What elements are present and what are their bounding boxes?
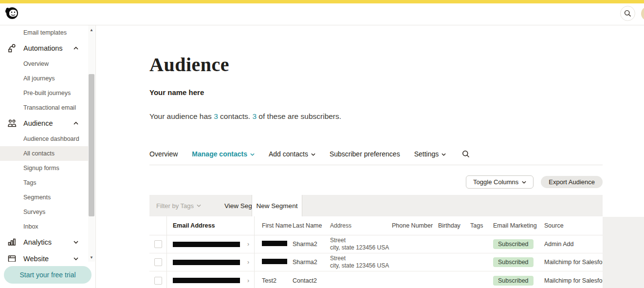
subscribers-count: 3	[252, 112, 257, 120]
sidebar-item-audience[interactable]: Audience	[0, 115, 88, 132]
audience-icon	[7, 119, 17, 128]
sidebar-item-surveys[interactable]: Surveys	[0, 205, 88, 219]
sidebar: Email templates Automations Overview All…	[0, 25, 96, 288]
sidebar-item-automations[interactable]: Automations	[0, 40, 88, 57]
row-chevron-icon[interactable]: ›	[247, 241, 249, 248]
sidebar-item-email-templates[interactable]: Email templates	[0, 25, 88, 40]
tab-subscriber-preferences[interactable]: Subscriber preferences	[330, 150, 400, 158]
start-free-trial-button[interactable]: Start your free trial	[4, 266, 92, 284]
source-cell: Admin Add	[544, 241, 603, 248]
chevron-down-icon	[311, 153, 315, 156]
brand-yellow-strip	[0, 0, 644, 3]
address-line2: city, state 123456 USA	[330, 262, 392, 269]
header-birthday[interactable]: Birthday	[438, 222, 470, 229]
sidebar-item-analytics[interactable]: Analytics	[0, 234, 88, 250]
toggle-columns-button[interactable]: Toggle Columns	[466, 175, 534, 189]
sidebar-item-inbox[interactable]: Inbox	[0, 219, 88, 234]
sidebar-item-overview[interactable]: Overview	[0, 57, 88, 71]
sidebar-scrollbar-thumb[interactable]	[89, 74, 94, 216]
first-name-cell: Test2	[255, 277, 293, 284]
sidebar-item-label: Overview	[23, 60, 49, 67]
table-actions: Toggle Columns Export Audience	[149, 175, 603, 189]
row-checkbox[interactable]	[154, 277, 162, 285]
trial-area: Start your free trial	[0, 262, 95, 288]
tab-manage-contacts[interactable]: Manage contacts	[192, 150, 255, 158]
sidebar-item-all-journeys[interactable]: All journeys	[0, 71, 88, 86]
scrollbar-down-arrow-icon[interactable]: ▼	[88, 254, 95, 261]
last-name-cell: Sharma2	[293, 259, 330, 266]
header-address[interactable]: Address	[330, 222, 392, 230]
filter-by-tags-label: Filter by Tags	[156, 202, 194, 210]
scrollbar-up-arrow-icon[interactable]: ▲	[88, 26, 95, 33]
redacted-email	[173, 260, 240, 265]
address-line1: Street	[330, 255, 392, 262]
email-cell[interactable]: ›	[167, 235, 255, 253]
sidebar-item-all-contacts[interactable]: All contacts	[0, 146, 88, 161]
sidebar-item-signup-forms[interactable]: Signup forms	[0, 161, 88, 175]
sidebar-item-label: Automations	[23, 44, 63, 52]
header-tags[interactable]: Tags	[470, 222, 493, 229]
header-phone-number[interactable]: Phone Number	[392, 222, 438, 229]
sidebar-item-label: Audience	[23, 119, 53, 127]
new-segment-label: New Segment	[257, 202, 298, 210]
row-chevron-icon[interactable]: ›	[247, 277, 249, 284]
header-last-name[interactable]: Last Name	[293, 222, 330, 229]
mailchimp-logo-icon[interactable]	[5, 6, 19, 20]
sidebar-item-audience-dashboard[interactable]: Audience dashboard	[0, 132, 88, 146]
audience-tabs: Overview Manage contacts Add contacts Su…	[149, 150, 603, 165]
contacts-count: 3	[214, 112, 218, 120]
sidebar-item-label: All contacts	[23, 150, 55, 157]
email-cell[interactable]: ›	[167, 253, 255, 271]
filter-by-tags-dropdown[interactable]: Filter by Tags	[156, 202, 201, 210]
sidebar-scrollbar[interactable]: ▲ ▼	[88, 25, 95, 262]
tab-overview[interactable]: Overview	[149, 150, 178, 158]
sidebar-item-tags[interactable]: Tags	[0, 175, 88, 190]
sidebar-item-label: Email templates	[23, 29, 67, 36]
sidebar-item-segments[interactable]: Segments	[0, 190, 88, 205]
address-line2: city, state 123456 USA	[330, 244, 392, 251]
chevron-down-icon	[74, 257, 78, 260]
header-source[interactable]: Source	[544, 222, 603, 229]
subscribed-badge: Subscribed	[493, 257, 534, 267]
redacted-email	[173, 278, 240, 283]
row-checkbox[interactable]	[154, 258, 162, 266]
chevron-down-icon	[197, 204, 201, 207]
sidebar-item-label: Analytics	[23, 238, 52, 246]
audience-stats: Your audience has 3 contacts. 3 of these…	[149, 112, 603, 121]
row-chevron-icon[interactable]: ›	[247, 259, 249, 266]
row-checkbox[interactable]	[154, 240, 162, 248]
tab-add-contacts[interactable]: Add contacts	[269, 150, 315, 158]
chevron-down-icon	[250, 153, 255, 156]
table-right-gutter	[603, 217, 644, 288]
top-bar	[0, 0, 644, 25]
stats-text: Your audience has	[149, 112, 214, 120]
toggle-columns-label: Toggle Columns	[473, 178, 518, 186]
header-first-name[interactable]: First Name	[255, 222, 293, 229]
stats-text: of these are subscribers.	[257, 112, 341, 120]
avatar[interactable]	[641, 6, 644, 21]
export-audience-button[interactable]: Export Audience	[541, 176, 603, 188]
header-search-button[interactable]	[620, 6, 635, 21]
header-email-marketing[interactable]: Email Marketing	[493, 222, 544, 229]
email-marketing-cell: Subscribed	[493, 276, 544, 286]
sidebar-item-label: All journeys	[23, 75, 55, 82]
sidebar-item-label: Inbox	[23, 223, 38, 230]
table-row: › Test2 Contact2 Subscribed Mailchimp fo…	[149, 271, 603, 288]
sidebar-item-transactional-email[interactable]: Transactional email	[0, 100, 88, 115]
last-name-cell: Contact2	[293, 277, 330, 284]
segment-toolbar: Filter by Tags View Segment New Segment	[149, 195, 603, 216]
tab-settings[interactable]: Settings	[414, 150, 446, 158]
redacted-first-name	[262, 259, 287, 264]
page-title: Audience	[149, 53, 603, 76]
stats-text: contacts.	[218, 112, 253, 120]
email-marketing-cell: Subscribed	[493, 257, 544, 267]
chevron-down-icon	[74, 241, 78, 244]
analytics-icon	[7, 238, 17, 247]
sidebar-item-label: Surveys	[23, 209, 45, 215]
header-email-address[interactable]: Email Address	[167, 216, 255, 235]
contacts-search-button[interactable]	[462, 150, 470, 158]
email-cell[interactable]: ›	[167, 271, 255, 288]
new-segment-button[interactable]: New Segment	[252, 195, 302, 216]
sidebar-item-pre-built-journeys[interactable]: Pre-built journeys	[0, 86, 88, 100]
audience-name: Your name here	[149, 88, 603, 96]
